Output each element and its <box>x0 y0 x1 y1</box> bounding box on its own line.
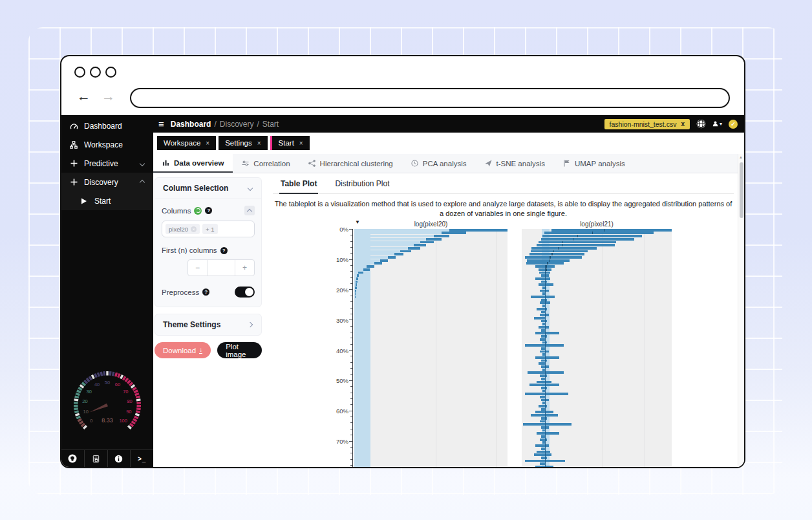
forward-icon[interactable]: → <box>102 89 115 104</box>
preprocess-label: Preprocess <box>162 288 199 296</box>
tableplot-log-pixel21- <box>522 229 672 467</box>
file-badge[interactable]: fashion-mnist_test.csv x <box>604 119 690 129</box>
y-axis-tick <box>350 235 352 235</box>
y-axis-tick <box>350 332 352 332</box>
row-bar <box>358 272 363 274</box>
svg-text:40: 40 <box>94 382 100 387</box>
row-bar <box>525 393 568 395</box>
row-bar <box>380 259 388 262</box>
workspace-tab-workspace[interactable]: Workspace× <box>157 136 216 150</box>
sidebar-footer-toolbar: >_ <box>61 450 153 467</box>
user-icon[interactable]: ▾ <box>712 119 722 129</box>
terminal-icon[interactable]: >_ <box>130 450 153 467</box>
help-icon[interactable]: ? <box>205 207 212 214</box>
paper-plane-icon <box>485 160 492 167</box>
window-control-icon[interactable] <box>105 67 116 78</box>
help-icon[interactable]: ? <box>220 247 228 254</box>
gridline <box>645 229 645 467</box>
github-icon[interactable] <box>61 450 84 467</box>
analysis-tabs: Data overviewCorrelationHierarchical clu… <box>153 154 738 173</box>
row-bar <box>535 356 559 359</box>
y-axis-tick <box>350 393 352 393</box>
row-bar <box>442 232 466 234</box>
tab-table-plot[interactable]: Table Plot <box>279 176 318 194</box>
analysis-tab-correlation[interactable]: Correlation <box>233 154 299 173</box>
workspace-tab-settings[interactable]: Settings× <box>219 136 267 150</box>
y-axis-label: 70% <box>333 438 348 445</box>
analysis-tab-data-overview[interactable]: Data overview <box>153 154 233 173</box>
decrement-button[interactable]: − <box>188 260 207 276</box>
row-bar <box>408 247 420 250</box>
collapse-button[interactable] <box>244 206 255 215</box>
breadcrumb: Dashboard / Discovery / Start <box>171 120 279 129</box>
remove-tag-icon[interactable]: × <box>191 226 197 232</box>
sidebar-item-discovery[interactable]: Discovery <box>61 173 153 191</box>
row-bar <box>551 229 672 232</box>
analysis-tab-pca-analysis[interactable]: PCA analysis <box>402 154 476 173</box>
y-axis-label: 60% <box>333 407 348 415</box>
mean-line <box>545 265 546 467</box>
workspace-tab-start[interactable]: Start× <box>270 136 310 150</box>
y-axis-tick <box>350 301 352 302</box>
gridline <box>497 229 497 467</box>
row-bar <box>363 268 369 271</box>
window-control-icon[interactable] <box>90 67 101 78</box>
stepper-value-input[interactable] <box>207 260 235 276</box>
row-bar <box>355 287 356 289</box>
download-button[interactable]: Download ↓ <box>155 342 211 358</box>
file-badge-close-icon[interactable]: x <box>681 120 685 127</box>
url-bar[interactable] <box>130 88 730 108</box>
svg-text:30: 30 <box>87 389 92 395</box>
breadcrumb-dashboard[interactable]: Dashboard <box>171 120 211 129</box>
mean-mark <box>550 256 550 259</box>
flag-icon <box>563 160 570 167</box>
y-axis-tick <box>350 374 352 375</box>
row-bar <box>539 241 617 244</box>
row-bar <box>544 232 654 234</box>
analysis-tab-umap-analysis[interactable]: UMAP analysis <box>554 154 634 173</box>
row-bar <box>374 262 382 265</box>
analysis-tab-t-sne-analysis[interactable]: t-SNE analysis <box>476 154 554 173</box>
sidebar-item-start[interactable]: Start <box>61 191 153 210</box>
sidebar-item-dashboard[interactable]: Dashboard <box>61 116 153 135</box>
gridline <box>603 229 603 467</box>
window-control-icon[interactable] <box>74 67 85 78</box>
scroll-up-icon[interactable]: ▲ <box>739 155 743 159</box>
sidebar-item-predictive[interactable]: Predictive <box>61 154 153 173</box>
info-icon[interactable] <box>107 450 131 467</box>
book-icon[interactable] <box>84 450 107 467</box>
scrollbar[interactable]: ▲ <box>738 154 744 467</box>
tab-distribution-plot[interactable]: Distribution Plot <box>334 176 390 193</box>
svg-text:100: 100 <box>119 418 127 424</box>
row-bar <box>539 326 549 329</box>
row-bar <box>367 265 374 268</box>
back-icon[interactable]: ← <box>77 89 91 104</box>
help-icon[interactable]: ? <box>202 288 209 296</box>
column-selection-header[interactable]: Column Selection <box>155 178 261 199</box>
breadcrumb-start[interactable]: Start <box>262 120 279 129</box>
globe-icon[interactable] <box>696 119 706 129</box>
check-icon[interactable]: ✓ <box>729 120 738 129</box>
row-bar <box>357 274 359 277</box>
close-tab-icon[interactable]: × <box>206 140 209 147</box>
menu-icon[interactable]: ≡ <box>158 118 164 129</box>
preprocess-toggle[interactable] <box>235 287 255 298</box>
mean-mark <box>549 259 550 262</box>
analysis-tab-hierarchical-clustering[interactable]: Hierarchical clustering <box>299 154 402 173</box>
columns-input[interactable]: pixel20 × + 1 <box>162 221 255 237</box>
close-tab-icon[interactable]: × <box>257 140 261 147</box>
plot-image-button[interactable]: Plot image <box>217 342 262 358</box>
close-tab-icon[interactable]: × <box>299 140 303 147</box>
gauge-value: 8.33 <box>102 417 113 424</box>
plus-icon <box>69 179 78 186</box>
scrollbar-thumb[interactable] <box>740 162 743 218</box>
theme-settings-header[interactable]: Theme Settings <box>155 314 261 335</box>
breadcrumb-discovery[interactable]: Discovery <box>220 120 254 129</box>
y-axis-tick <box>350 344 352 345</box>
row-bar <box>355 292 356 295</box>
sitemap-icon <box>69 141 78 149</box>
sidebar-item-workspace[interactable]: Workspace <box>61 135 153 154</box>
settings-panel: Column Selection Columns ? <box>155 177 262 358</box>
refresh-icon[interactable] <box>194 207 202 215</box>
increment-button[interactable]: + <box>235 260 254 276</box>
